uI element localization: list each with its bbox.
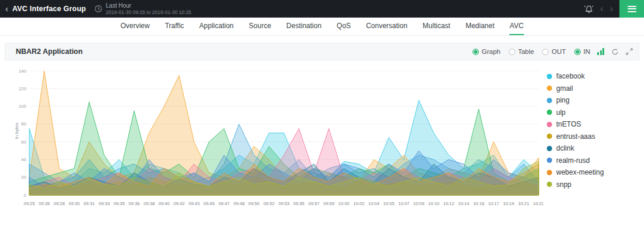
svg-text:09:33: 09:33 bbox=[98, 201, 109, 206]
legend-label: gmail bbox=[556, 84, 573, 93]
legend-item-gmail[interactable]: gmail bbox=[547, 84, 639, 93]
radio-in[interactable] bbox=[574, 49, 581, 55]
svg-text:09:57: 09:57 bbox=[309, 201, 320, 206]
svg-text:10:07: 10:07 bbox=[398, 201, 409, 206]
panel-header: NBAR2 Application Graph Table OUT IN bbox=[5, 43, 639, 60]
svg-text:10:04: 10:04 bbox=[368, 201, 379, 206]
svg-text:09:59: 09:59 bbox=[323, 201, 334, 206]
chart-area: In bytes 02040608010012014009:2509:2609:… bbox=[9, 64, 543, 214]
bar-chart-icon[interactable] bbox=[597, 48, 604, 55]
svg-text:09:50: 09:50 bbox=[248, 201, 259, 206]
legend-color-dot bbox=[547, 158, 552, 163]
svg-text:09:48: 09:48 bbox=[234, 201, 245, 206]
legend-item-realm-rusd[interactable]: realm-rusd bbox=[547, 156, 639, 165]
hamburger-menu-button[interactable] bbox=[619, 0, 644, 18]
hamburger-bar bbox=[628, 11, 636, 12]
svg-text:09:38: 09:38 bbox=[143, 201, 155, 206]
svg-text:20: 20 bbox=[21, 175, 26, 180]
legend-color-dot bbox=[547, 86, 552, 91]
legend-color-dot bbox=[547, 98, 552, 103]
traffic-area-chart[interactable]: 02040608010012014009:2509:2609:2809:3009… bbox=[9, 64, 543, 212]
radio-out[interactable] bbox=[542, 49, 549, 55]
svg-text:60: 60 bbox=[21, 139, 26, 145]
svg-text:80: 80 bbox=[21, 121, 26, 127]
toggle-out[interactable]: OUT bbox=[542, 48, 566, 55]
legend-item-snpp[interactable]: snpp bbox=[547, 180, 639, 189]
alarm-bell-icon[interactable] bbox=[584, 4, 594, 13]
section-tabs: Overview Traffic Application Source Dest… bbox=[0, 18, 644, 36]
toggle-out-label: OUT bbox=[551, 48, 566, 55]
legend-label: realm-rusd bbox=[556, 156, 590, 165]
panel-title: NBAR2 Application bbox=[11, 47, 83, 56]
radio-table[interactable] bbox=[509, 49, 515, 55]
toggle-graph[interactable]: Graph bbox=[472, 48, 501, 55]
next-chevron-icon[interactable]: › bbox=[610, 0, 613, 18]
svg-text:100: 100 bbox=[19, 104, 27, 109]
back-icon[interactable]: ‹ bbox=[0, 0, 12, 18]
tab-medianet[interactable]: Medianet bbox=[465, 18, 495, 35]
legend-item-dclink[interactable]: dclink bbox=[547, 144, 639, 152]
svg-text:10:12: 10:12 bbox=[443, 201, 454, 206]
tab-qos[interactable]: QoS bbox=[336, 18, 351, 35]
tab-source[interactable]: Source bbox=[248, 18, 272, 35]
svg-text:09:26: 09:26 bbox=[39, 201, 50, 206]
svg-text:09:47: 09:47 bbox=[218, 201, 229, 206]
tab-multicast[interactable]: Multicast bbox=[422, 18, 451, 35]
legend-item-tnETOS[interactable]: tnETOS bbox=[547, 120, 639, 128]
svg-text:10:21: 10:21 bbox=[518, 201, 529, 206]
legend-label: dclink bbox=[556, 144, 574, 152]
legend-item-webex-meeting[interactable]: webex-meeting bbox=[547, 168, 639, 176]
svg-text:10:02: 10:02 bbox=[353, 201, 364, 206]
legend-item-facebook[interactable]: facebook bbox=[547, 72, 639, 80]
tab-avc[interactable]: AVC bbox=[509, 18, 525, 35]
legend-color-dot bbox=[547, 122, 552, 127]
legend-color-dot bbox=[547, 74, 552, 79]
svg-text:09:55: 09:55 bbox=[293, 201, 304, 206]
prev-chevron-icon[interactable]: ‹ bbox=[600, 0, 603, 18]
toggle-table[interactable]: Table bbox=[509, 48, 535, 55]
time-range-label: Last Hour bbox=[106, 2, 191, 9]
svg-text:10:14: 10:14 bbox=[458, 201, 470, 206]
toggle-graph-label: Graph bbox=[482, 48, 501, 55]
toggle-in-label: IN bbox=[584, 48, 591, 55]
radio-graph[interactable] bbox=[472, 49, 479, 55]
svg-text:40: 40 bbox=[21, 157, 26, 162]
svg-text:120: 120 bbox=[19, 86, 27, 91]
y-axis-title: In bytes bbox=[14, 114, 19, 149]
legend-color-dot bbox=[547, 182, 552, 187]
hamburger-bar bbox=[628, 6, 636, 7]
legend-color-dot bbox=[547, 170, 552, 175]
legend-label: tnETOS bbox=[556, 120, 581, 128]
legend-label: webex-meeting bbox=[556, 168, 604, 176]
time-range-selector[interactable]: Last Hour 2018-01-30 09:25 to 2018-01-30… bbox=[106, 2, 191, 15]
svg-text:140: 140 bbox=[19, 69, 27, 74]
legend-label: snpp bbox=[556, 180, 571, 189]
expand-icon[interactable] bbox=[626, 48, 633, 55]
svg-text:09:42: 09:42 bbox=[173, 201, 184, 206]
legend-color-dot bbox=[547, 146, 552, 151]
svg-text:09:30: 09:30 bbox=[68, 201, 80, 206]
tab-destination[interactable]: Destination bbox=[286, 18, 322, 35]
legend-label: entrust-aaas bbox=[556, 132, 595, 141]
svg-text:09:40: 09:40 bbox=[159, 201, 170, 206]
svg-text:10:09: 10:09 bbox=[413, 201, 424, 206]
toggle-table-label: Table bbox=[518, 48, 535, 55]
tab-application[interactable]: Application bbox=[198, 18, 234, 35]
svg-text:09:35: 09:35 bbox=[114, 201, 125, 206]
legend-item-entrust-aaas[interactable]: entrust-aaas bbox=[547, 132, 639, 141]
tab-overview[interactable]: Overview bbox=[120, 18, 150, 35]
legend-label: facebook bbox=[556, 72, 585, 80]
legend-item-ping[interactable]: ping bbox=[547, 96, 639, 104]
tab-traffic[interactable]: Traffic bbox=[165, 18, 185, 35]
svg-text:10:00: 10:00 bbox=[338, 201, 350, 206]
svg-text:09:28: 09:28 bbox=[54, 201, 65, 206]
legend-item-ulp[interactable]: ulp bbox=[547, 108, 639, 117]
tab-conversation[interactable]: Conversation bbox=[365, 18, 408, 35]
svg-text:09:53: 09:53 bbox=[278, 201, 289, 206]
refresh-icon[interactable] bbox=[611, 48, 619, 56]
legend-label: ping bbox=[556, 96, 570, 104]
time-range-value: 2018-01-30 09:25 to 2018-01-30 10:25 bbox=[106, 9, 191, 15]
toggle-in[interactable]: IN bbox=[574, 48, 591, 55]
legend-color-dot bbox=[547, 134, 552, 139]
svg-text:09:36: 09:36 bbox=[129, 201, 140, 206]
